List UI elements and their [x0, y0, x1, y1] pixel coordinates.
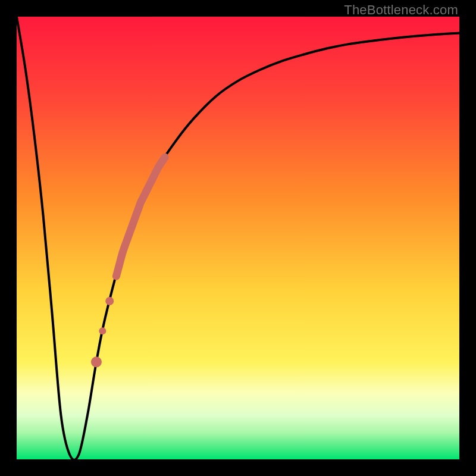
watermark-text: TheBottleneck.com — [344, 2, 458, 18]
highlight-dot — [105, 297, 114, 305]
highlight-dot — [91, 356, 102, 367]
chart-frame — [17, 17, 459, 459]
gradient-background — [17, 17, 459, 459]
bottleneck-chart — [17, 17, 459, 459]
highlight-dot — [99, 327, 106, 334]
